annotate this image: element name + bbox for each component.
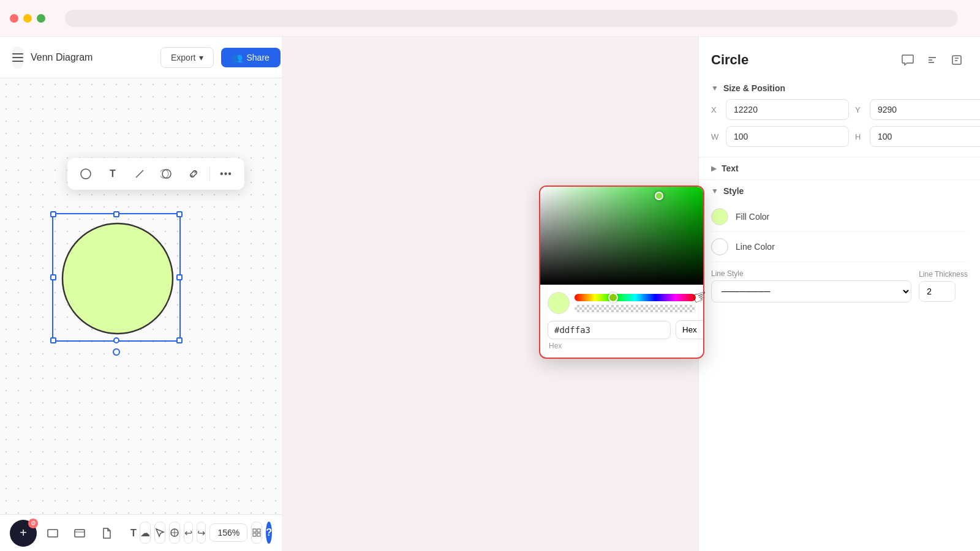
share-label: Share	[246, 53, 269, 62]
bottom-right-controls: ☁ ↩ ↪ 156% ?	[221, 514, 282, 551]
hex-type-select[interactable]: Hex RGB HSL	[676, 320, 704, 339]
circle-tool-button[interactable]	[75, 163, 97, 185]
more-options-button[interactable]: •••	[215, 163, 237, 185]
line-thickness-input[interactable]	[919, 281, 956, 302]
x-label: X	[711, 105, 721, 114]
line-style-sublabel: Line Style	[711, 269, 911, 278]
svg-line-1	[136, 170, 143, 178]
resize-handle-ml[interactable]	[50, 274, 56, 280]
share-button[interactable]: 👥 Share	[221, 48, 280, 67]
x-input[interactable]	[726, 99, 849, 120]
hue-slider[interactable]	[575, 294, 696, 301]
style-chevron-down: ▼	[711, 187, 718, 195]
svg-rect-19	[253, 529, 256, 532]
line-tool-button[interactable]	[129, 163, 151, 185]
resize-handle-mt[interactable]	[113, 211, 119, 217]
undo-icon: ↩	[184, 527, 192, 539]
help-button[interactable]: ?	[266, 522, 272, 544]
export-button[interactable]: Export ▾	[160, 47, 214, 68]
panel-header: Circle	[699, 37, 980, 77]
size-pos-title: Size & Position	[723, 83, 785, 93]
y-input-group: Y	[855, 99, 980, 120]
frame-tool-button[interactable]	[69, 522, 91, 544]
style-section-title: Style	[723, 186, 744, 196]
resize-handle-mb[interactable]	[113, 337, 119, 343]
h-input[interactable]	[870, 126, 980, 147]
minimize-dot[interactable]	[23, 14, 32, 23]
style-section-container: ▼ Style Fill Color Line Color Line Style…	[699, 179, 980, 320]
maximize-dot[interactable]	[37, 14, 45, 23]
text-tool-button[interactable]: T	[102, 163, 124, 185]
svg-rect-21	[253, 533, 256, 536]
rotate-handle[interactable]	[113, 348, 120, 356]
toolbar-divider	[209, 167, 210, 181]
gradient-indicator[interactable]	[655, 192, 663, 200]
text-section-header[interactable]: ▶ Text	[699, 157, 980, 179]
fill-color-row: Fill Color	[711, 202, 968, 232]
undo-button[interactable]: ↩	[184, 522, 193, 544]
svg-rect-11	[48, 530, 58, 537]
y-input[interactable]	[870, 99, 980, 120]
rectangle-tool-button[interactable]	[42, 522, 64, 544]
circle-svg	[53, 214, 182, 343]
style-section-header[interactable]: ▼ Style	[699, 180, 980, 202]
panel-title: Circle	[711, 52, 891, 68]
resize-handle-tr[interactable]	[176, 211, 183, 217]
fill-color-label: Fill Color	[736, 212, 769, 222]
redo-button[interactable]: ↪	[197, 522, 206, 544]
color-preview	[548, 292, 570, 314]
text-section-title: Text	[722, 163, 739, 173]
hex-row: Hex RGB HSL A	[548, 320, 696, 339]
svg-rect-8	[952, 56, 961, 64]
line-style-select[interactable]: ──────── - - - - - · · · · ·	[711, 280, 911, 302]
page-tool-button[interactable]	[96, 522, 118, 544]
link-tool-button[interactable]	[183, 163, 205, 185]
text-chevron-right: ▶	[711, 164, 717, 173]
export-chevron: ▾	[199, 53, 203, 62]
redo-icon: ↪	[197, 527, 205, 539]
w-label: W	[711, 132, 721, 141]
resize-handle-tl[interactable]	[50, 211, 56, 217]
export-icon-button[interactable]	[946, 49, 968, 71]
x-input-group: X	[711, 99, 849, 120]
hamburger-line	[12, 57, 23, 58]
resize-handle-br[interactable]	[176, 337, 183, 343]
floating-toolbar: T •••	[67, 158, 244, 190]
help-icon: ?	[266, 527, 272, 538]
color-sliders-row	[548, 292, 696, 314]
properties-icon-button[interactable]	[921, 49, 943, 71]
close-dot[interactable]	[10, 14, 18, 23]
group-tool-button[interactable]	[156, 163, 178, 185]
hue-indicator	[608, 293, 618, 302]
h-label: H	[855, 132, 865, 141]
diagram-title-input[interactable]	[31, 52, 153, 63]
size-pos-grid: X Y W H	[699, 99, 980, 157]
add-icon: +	[20, 526, 27, 540]
resize-handle-bl[interactable]	[50, 337, 56, 343]
line-thickness-sublabel: Line Thickness	[919, 270, 968, 279]
alpha-slider[interactable]	[575, 305, 696, 312]
hex-input[interactable]	[548, 321, 671, 339]
circle-container[interactable]	[52, 213, 181, 342]
canvas-area[interactable]: T •••	[0, 78, 282, 514]
fill-color-swatch[interactable]	[711, 208, 728, 225]
color-gradient[interactable]	[540, 187, 703, 285]
add-button[interactable]: + ⚙	[10, 520, 37, 547]
move-button[interactable]	[169, 522, 180, 544]
right-panel: Circle ▼ Size & Position X Y W	[698, 37, 980, 551]
resize-handle-mr[interactable]	[176, 274, 183, 280]
zoom-display: 156%	[209, 523, 247, 542]
select-button[interactable]	[154, 522, 165, 544]
export-label: Export	[171, 53, 195, 62]
color-picker-popup[interactable]: Hex RGB HSL A Hex	[539, 186, 704, 359]
panel-icons	[897, 49, 968, 71]
selection-box	[52, 213, 181, 342]
size-position-header[interactable]: ▼ Size & Position	[699, 77, 980, 99]
grid-button[interactable]	[251, 522, 262, 544]
w-input[interactable]	[726, 126, 849, 147]
comment-icon-button[interactable]	[897, 49, 919, 71]
h-input-group: H	[855, 126, 980, 147]
line-color-swatch[interactable]	[711, 238, 728, 255]
hamburger-button[interactable]	[12, 47, 23, 69]
cloud-button[interactable]: ☁	[140, 522, 151, 544]
